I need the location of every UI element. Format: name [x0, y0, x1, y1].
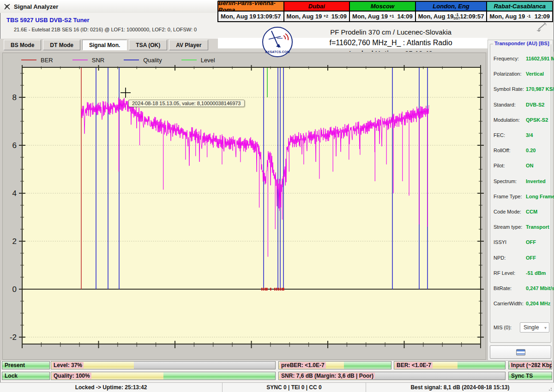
clock-time: 12:09 — [535, 13, 550, 20]
world-clocks: Berlin-Paris-Vienna-RomaMon, Aug 1913:09… — [217, 1, 553, 22]
tp-field-stream-type-: Stream type:Transport — [494, 224, 549, 232]
signal-chart-panel: BERSNRQualityLevel 86420-2 2024-08-18 15… — [2, 53, 486, 360]
ytick-label-0: 0 — [12, 285, 17, 294]
tp-field-issyi: ISSYIOFF — [494, 239, 549, 247]
clock-city: Moscow — [350, 2, 415, 12]
tab-tsa-ok-[interactable]: TSA (OK) — [129, 40, 167, 50]
tp-field-npd-: NPD:OFF — [494, 255, 549, 262]
title-bar: Signal Analyzer — [0, 0, 218, 13]
meter-snr: SNR: 7,6 dB (Margin: 3,6 dB | Poor) — [278, 372, 506, 380]
ts-record-button[interactable] — [490, 345, 551, 359]
clock-1: DubaiMon, Aug 19+215:09 — [284, 2, 350, 21]
clock-date: Mon, Aug 19 — [221, 13, 256, 20]
clock-4: Rabat-CasablancaMon, Aug 19-112:09 — [487, 2, 552, 21]
tuner-name: TBS 5927 USB DVB-S2 Tuner — [6, 17, 90, 24]
meter-label: preBER: <1.0E-7 — [280, 362, 326, 368]
ber-mark — [263, 288, 265, 291]
dish-location-text: PF Prodelin 370 cm / Lucenec-Slovakia — [294, 22, 488, 36]
clock-time: 12:09:57 — [460, 13, 484, 20]
meter-label: BER: <1.0E-7 — [395, 362, 433, 368]
window-title: Signal Analyzer — [14, 3, 58, 10]
clock-time: 14:09 — [397, 13, 412, 20]
meter-row-1: PresentLevel: 37%preBER: <1.0E-7BER: <1.… — [0, 361, 554, 369]
meter-label: Lock — [3, 373, 19, 379]
tp-field-modulation-: Modulation:QPSK-S2 — [494, 117, 549, 125]
chart-tooltip: 2024-08-18 15.13.05, value: 8,1000003814… — [128, 100, 245, 107]
tp-field-code-mode-: Code Mode:CCM — [494, 209, 549, 216]
clock-date: Mon, Aug 19 — [489, 13, 525, 20]
frequency-title-text: f=11602,760 MHz_H_ : Atlantis Radio — [294, 38, 488, 47]
mis-value: Single — [524, 324, 539, 331]
status-bar: Locked -> Uptime: 25:13:42 SYNC 0 | TEI … — [0, 382, 554, 392]
meter-label: Sync TS — [510, 373, 534, 379]
clock-offset: -1 — [527, 15, 530, 18]
tp-field-standard-: Standard:DVB-S2 — [494, 102, 549, 109]
meter-label: Level: 37% — [52, 362, 84, 368]
clock-city: Berlin-Paris-Vienna-Roma — [218, 2, 283, 12]
tab-signal-mon-[interactable]: Signal Mon. — [82, 40, 127, 50]
ber-mark — [266, 288, 268, 291]
status-sync-counters: SYNC 0 | TEI 0 | CC 0 — [223, 383, 366, 392]
ber-mark — [274, 288, 276, 291]
clock-0: Berlin-Paris-Vienna-RomaMon, Aug 1913:09… — [218, 2, 284, 21]
transponder-groupbox: Transponder (AU) [BS] Frequency:11602,59… — [490, 44, 551, 343]
signal-chart[interactable]: 86420-2 — [3, 53, 487, 360]
clock-date: Mon, Aug 19 — [287, 13, 322, 20]
transponder-panel: Transponder (AU) [BS] Frequency:11602,59… — [488, 40, 553, 361]
dxsatcs-logo: DXSATCS.COM — [262, 27, 293, 57]
tuner-details: 21.6E - Eutelsat 21B SES 16 (ID: 0216) @… — [14, 27, 197, 32]
tp-field-polarization-: Polarization:Vertical — [494, 71, 549, 78]
satellite-dish-logo-art — [265, 29, 292, 51]
meter-label: Quality: 100% — [52, 373, 91, 379]
ytick-label-8: 8 — [12, 93, 17, 102]
status-locked-uptime: Locked -> Uptime: 25:13:42 — [0, 383, 223, 392]
transponder-title: Transponder (AU) [BS] — [493, 41, 551, 46]
ber-mark — [270, 288, 271, 291]
meter-ber: BER: <1.0E-7 — [394, 361, 506, 369]
meter-label: SNR: 7,6 dB (Margin: 3,6 dB | Poor) — [280, 373, 375, 379]
mode-tabs: BS ModeDT ModeSignal Mon.TSA (OK)AV Play… — [4, 40, 208, 50]
tp-field-frame-type-: Frame Type:Long Frame — [494, 194, 549, 201]
resize-grip[interactable] — [549, 387, 553, 391]
clock-time: 13:09:57 — [257, 13, 281, 20]
meter-sync-ts: Sync TS — [508, 372, 552, 380]
tp-field-rf-level-: RF Level:-51 dBm — [494, 270, 549, 278]
mis-label: MIS (0): — [494, 325, 512, 330]
clock-offset: -1DST — [453, 13, 460, 20]
ytick-label--2: -2 — [10, 333, 17, 342]
clock-city: London, Eng — [416, 2, 487, 12]
ber-mark — [282, 288, 283, 291]
tp-field-carrierwidth-: CarrierWidth:0,204 MHz — [494, 301, 549, 308]
tp-field-rolloff-: RollOff:0.20 — [494, 148, 549, 155]
ber-mark — [280, 288, 281, 291]
ber-mark — [261, 288, 263, 291]
tp-field-symbol-rate-: Symbol Rate:170,987 KS/s — [494, 86, 549, 94]
app-antenna-icon — [4, 3, 11, 10]
ber-mark — [265, 288, 266, 291]
clock-offset: +2 — [324, 15, 328, 18]
mini-dish-icon — [532, 21, 550, 32]
tab-dt-mode[interactable]: DT Mode — [43, 40, 80, 50]
clock-date: Mon, Aug 19 — [418, 13, 454, 20]
disk-icon — [516, 349, 525, 356]
mis-dropdown[interactable]: Single ▾ — [520, 322, 549, 333]
ber-mark — [283, 288, 284, 291]
tab-bs-mode[interactable]: BS Mode — [4, 40, 41, 50]
meter-preber: preBER: <1.0E-7 — [278, 361, 391, 369]
meter-row-2: LockQuality: 100%SNR: 7,6 dB (Margin: 3,… — [0, 372, 554, 380]
ytick-label-6: 6 — [12, 141, 17, 150]
tp-field-frequency-: Frequency:11602,591 MHz — [494, 56, 549, 63]
tab-av-player[interactable]: AV Player — [169, 40, 208, 50]
clock-3: London, EngMon, Aug 19-1DST12:09:57 — [416, 2, 488, 21]
ber-mark — [278, 288, 279, 291]
signal-analyzer-window: Signal Analyzer Berlin-Paris-Vienna-Roma… — [0, 0, 554, 392]
ytick-label-2: 2 — [12, 237, 17, 246]
ber-mark — [276, 288, 277, 291]
meter-input-282-kbps-: Input (~282 Kbps) — [508, 361, 552, 369]
tp-field-pilot-: Pilot:ON — [494, 163, 549, 170]
clock-time: 15:09 — [331, 13, 347, 20]
clock-offset: +1 — [389, 15, 394, 18]
meter-lock: Lock — [2, 372, 50, 380]
clock-city: Dubai — [284, 2, 349, 12]
meter-label: Present — [3, 362, 26, 368]
